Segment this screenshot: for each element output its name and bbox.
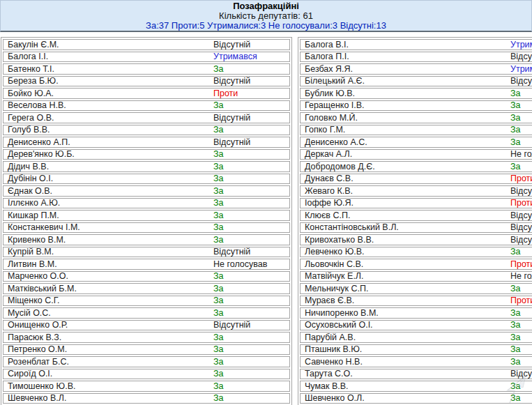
deputy-row: Тимошенко Ю.В. За <box>3 381 290 392</box>
vote-value: За <box>213 382 224 391</box>
deputy-name: Бублик Ю.В. <box>305 89 355 98</box>
deputy-row: Балога В.І. Утримався <box>300 39 532 50</box>
deputy-row: Береза Б.Ю. Відсутній <box>3 76 290 87</box>
deputy-name: Денисенко А.С. <box>305 138 367 147</box>
deputy-row: Геращенко І.В. За <box>300 100 532 112</box>
vote-value: За <box>510 125 521 135</box>
vote-value: За <box>510 101 521 110</box>
deputy-name: Петренко О.М. <box>8 345 67 354</box>
vote-value: За <box>213 309 224 318</box>
deputy-row: Денисенко А.С. За <box>300 137 532 148</box>
deputy-name: Береза Б.Ю. <box>8 77 59 86</box>
deputy-name: Білецький А.Є. <box>305 77 365 86</box>
vote-value: За <box>510 345 521 354</box>
deputy-row: Іллєнко А.Ю. За <box>3 198 290 209</box>
deputy-row: Голуб В.В. За <box>3 125 290 136</box>
deputy-row: Балога П.І. Відсутній <box>300 52 532 63</box>
deputies-count: Кількість депутатів: 61 <box>1 11 531 21</box>
vote-value: За <box>213 211 224 220</box>
deputy-row: Левченко Ю.В. За <box>300 247 532 258</box>
vote-value: За <box>510 114 521 123</box>
deputy-name: Денисенко А.П. <box>8 138 70 147</box>
vote-value: За <box>510 247 521 257</box>
deputy-row: Сироїд О.І. За <box>3 369 290 380</box>
deputy-name: Геращенко І.В. <box>305 101 365 110</box>
faction-header: Позафракційні Кількість депутатів: 61 За… <box>0 0 532 32</box>
deputy-name: Мураєв Є.В. <box>305 296 354 305</box>
deputy-name: Бакулін Є.М. <box>8 40 59 49</box>
deputy-name: Батенко Т.І. <box>8 65 54 74</box>
vote-summary: За:37 Проти:5 Утрималися:3 Не голосували… <box>1 21 531 31</box>
deputy-name: Савченко Н.В. <box>305 358 363 367</box>
vote-value: За <box>213 333 224 342</box>
deputy-row: Кишкар П.М. За <box>3 210 290 221</box>
deputy-row: Бакулін Є.М. Відсутній <box>3 39 290 50</box>
vote-value: Проти <box>510 199 532 208</box>
deputy-name: Тимошенко Ю.В. <box>8 382 75 391</box>
deputy-row: Єднак О.В. За <box>3 185 290 197</box>
deputy-name: Онищенко О.Р. <box>8 321 68 330</box>
deputy-name: Балога В.І. <box>305 40 349 49</box>
deputy-name: Деркач А.Л. <box>305 150 352 159</box>
deputy-row: Марченко О.О. За <box>3 271 290 282</box>
deputy-name: Кишкар П.М. <box>8 211 59 220</box>
deputy-row: Кривохатько В.В. Відсутній <box>300 234 532 245</box>
deputy-row: Кривенко В.М. За <box>3 234 290 245</box>
deputy-row: Литвин В.М. Не голосував <box>3 259 290 270</box>
deputy-name: Шевченко О.Л. <box>305 394 365 403</box>
deputy-row: Матківський Б.М. За <box>3 283 290 294</box>
vote-value: За <box>213 345 224 354</box>
deputy-name: Кривенко В.М. <box>8 236 66 245</box>
deputy-row: Петренко О.М. За <box>3 344 290 356</box>
deputy-name: Бойко Ю.А. <box>8 89 54 98</box>
vote-value: Відсутній <box>510 187 532 196</box>
deputy-name: Ничипоренко В.М. <box>305 309 379 318</box>
vote-value: За <box>213 369 224 379</box>
deputy-name: Чумак В.В. <box>305 382 349 391</box>
deputy-row: Головко М.Й. За <box>300 112 532 123</box>
deputy-row: Жеваго К.В. Відсутній <box>300 185 532 197</box>
deputy-row: Пташник В.Ю. За <box>300 344 532 356</box>
deputy-name: Парасюк В.З. <box>8 333 61 342</box>
vote-value: Не голосував <box>510 150 532 159</box>
deputy-row: Міщенко С.Г. За <box>3 296 290 307</box>
deputy-row: Бублик Ю.В. За <box>300 88 532 99</box>
vote-value: Утримався <box>213 52 257 61</box>
deputy-row: Батенко Т.І. За <box>3 63 290 75</box>
deputy-row: Клюєв С.П. Відсутній <box>300 210 532 221</box>
deputy-name: Дідич В.В. <box>8 162 49 171</box>
deputy-name: Безбах Я.Я. <box>305 65 353 74</box>
deputy-row: Дунаєв С.В. Проти <box>300 174 532 185</box>
deputy-name: Жеваго К.В. <box>305 187 353 196</box>
deputy-name: Купрій В.М. <box>8 247 54 257</box>
deputy-name: Головко М.Й. <box>305 114 358 123</box>
vote-value: За <box>510 162 521 171</box>
deputy-row: Мельничук С.П. За <box>300 283 532 294</box>
deputy-name: Парубій А.В. <box>305 333 356 342</box>
vote-value: За <box>213 125 224 135</box>
faction-vote-results-page: Позафракційні Кількість депутатів: 61 За… <box>0 0 532 405</box>
vote-value: За <box>213 236 224 245</box>
vote-value: Проти <box>510 174 532 183</box>
deputy-row: Герега О.В. Відсутній <box>3 112 290 123</box>
deputy-name: Іллєнко А.Ю. <box>8 199 60 208</box>
vote-value: За <box>510 89 521 98</box>
vote-value: За <box>510 138 521 147</box>
vote-value: За <box>213 150 224 159</box>
deputy-row: Мусій О.С. За <box>3 307 290 319</box>
vote-value: Проти <box>213 89 238 98</box>
deputy-name: Константіновський В.Л. <box>305 223 399 232</box>
deputy-name: Герега О.В. <box>8 114 54 123</box>
deputy-row: Білецький А.Є. Відсутній <box>300 76 532 87</box>
deputy-row: Дерев'янко Ю.Б. За <box>3 149 290 160</box>
deputy-row: Ничипоренко В.М. За <box>300 307 532 319</box>
deputy-name: Марченко О.О. <box>8 272 68 281</box>
vote-value: За <box>510 284 521 293</box>
deputy-name: Матвійчук Е.Л. <box>305 272 364 281</box>
deputy-name: Льовочкін С.В. <box>305 260 363 269</box>
deputy-name: Дерев'янко Ю.Б. <box>8 150 75 159</box>
deputy-row: Мураєв Є.В. Проти <box>300 296 532 307</box>
deputy-name: Матківський Б.М. <box>8 284 77 293</box>
deputy-row: Парубій А.В. За <box>300 332 532 343</box>
vote-value: Відсутній <box>213 138 250 147</box>
